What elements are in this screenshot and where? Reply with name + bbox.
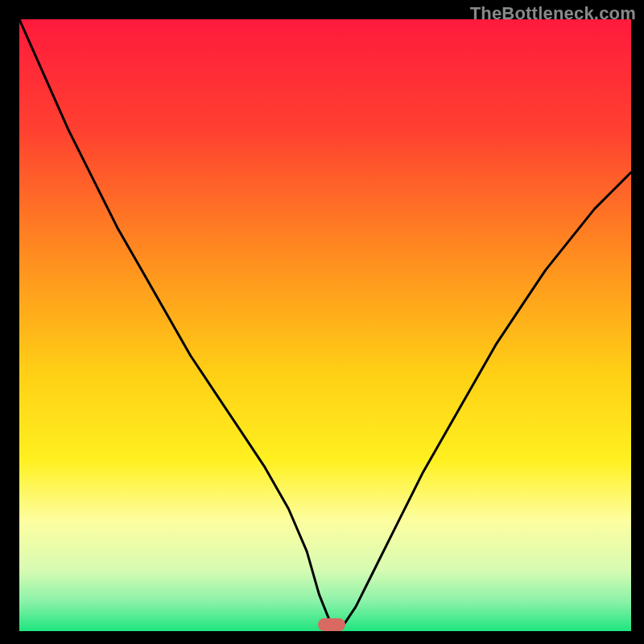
chart-frame: TheBottleneck.com — [0, 0, 644, 644]
optimal-marker — [318, 618, 345, 631]
watermark-text: TheBottleneck.com — [470, 3, 636, 24]
plot-area — [19, 19, 631, 631]
bottleneck-curve — [19, 19, 631, 625]
curve-layer — [19, 19, 631, 631]
